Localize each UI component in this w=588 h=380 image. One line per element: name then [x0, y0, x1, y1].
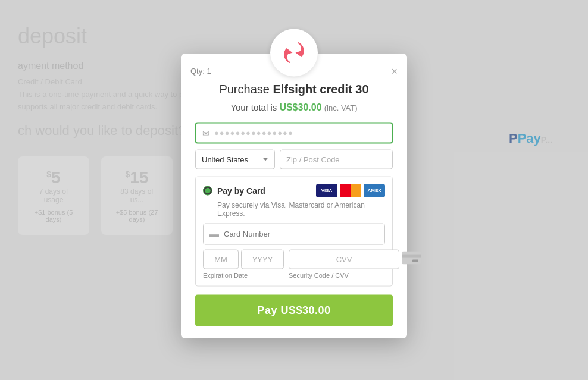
expiry-section: Expiration Date: [203, 249, 284, 278]
mastercard-logo: [340, 184, 361, 197]
purchase-modal: Qty: 1 × Purchase Elfsight credit 30 You…: [181, 54, 407, 338]
email-input[interactable]: [214, 128, 386, 137]
modal-title: Purchase Elfsight credit 30: [195, 82, 393, 96]
svg-rect-3: [412, 259, 418, 262]
yyyy-input[interactable]: [241, 249, 284, 269]
amex-logo: AMEX: [364, 184, 385, 197]
svg-rect-2: [402, 254, 421, 257]
card-number-input[interactable]: [224, 230, 379, 238]
cvv-input[interactable]: [289, 249, 399, 269]
zip-input[interactable]: [280, 149, 393, 169]
modal-title-bold: Elfsight credit 30: [273, 82, 368, 95]
mm-input[interactable]: [203, 249, 239, 269]
cvv-label: Security Code / CVV: [289, 271, 421, 278]
expiry-group: [203, 249, 284, 269]
pay-button[interactable]: Pay US$30.00: [195, 294, 393, 326]
total-vat: (inc. VAT): [324, 103, 358, 112]
visa-logo: VISA: [316, 184, 337, 197]
modal-body: Purchase Elfsight credit 30 Your total i…: [181, 76, 407, 338]
total-amount: US$30.00: [279, 102, 321, 112]
pay-card-label: Pay by Card: [217, 186, 265, 195]
card-number-field[interactable]: ▬: [203, 223, 385, 244]
modal-title-prefix: Purchase: [219, 82, 273, 95]
pay-card-section: Pay by Card VISA AMEX Pay securely via V…: [195, 176, 393, 286]
modal-qty: Qty: 1: [190, 67, 211, 76]
svg-point-0: [280, 38, 308, 67]
pay-card-left: Pay by Card: [203, 186, 265, 195]
modal-close-button[interactable]: ×: [391, 65, 398, 76]
pay-card-header: Pay by Card VISA AMEX: [203, 184, 385, 197]
expiry-cvv-row: Expiration Date: [203, 249, 385, 278]
pay-card-sub: Pay securely via Visa, Mastercard or Ame…: [203, 200, 385, 217]
elfsight-logo: [270, 29, 318, 76]
expiry-label: Expiration Date: [203, 271, 284, 278]
modal-total: Your total is US$30.00 (inc. VAT): [195, 102, 393, 112]
email-icon: ✉: [202, 128, 209, 137]
location-row: United States United Kingdom Canada Aust…: [195, 149, 393, 169]
cvv-card-icon: [402, 251, 421, 267]
total-label: Your total is: [230, 102, 279, 112]
email-field-wrap[interactable]: ✉: [195, 122, 393, 143]
cvv-row: [289, 249, 421, 269]
country-select[interactable]: United States United Kingdom Canada Aust…: [195, 149, 275, 169]
card-logos: VISA AMEX: [316, 184, 385, 197]
card-icon: ▬: [209, 228, 219, 239]
pay-card-radio[interactable]: [203, 186, 212, 195]
cvv-section: Security Code / CVV: [289, 249, 421, 278]
